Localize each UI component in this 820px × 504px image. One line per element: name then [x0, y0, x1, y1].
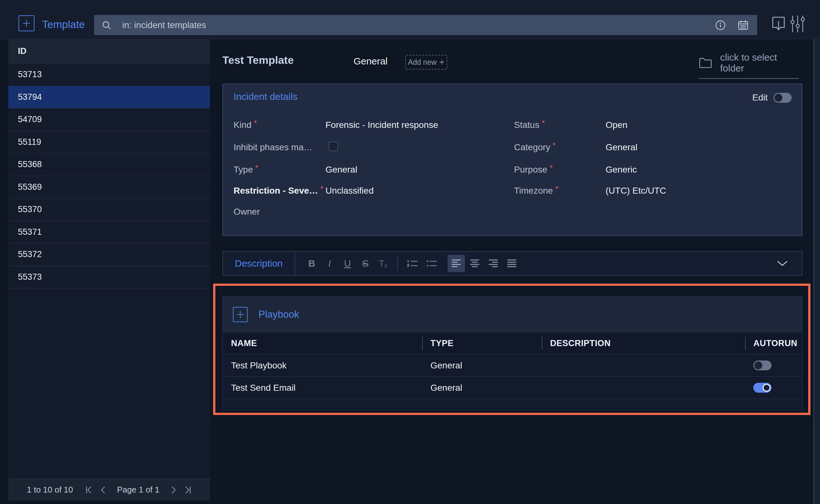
id-column-header: ID — [8, 39, 210, 63]
pagination-range: 1 to 10 of 10 — [27, 485, 73, 495]
search-input[interactable]: in: incident templates — [94, 15, 757, 35]
playbook-empty-row — [223, 399, 802, 410]
template-category-value: General — [354, 56, 388, 67]
clear-formatting-button[interactable]: Tx — [378, 256, 388, 271]
app-root: Template in: incident templates — [0, 0, 820, 504]
column-header-description: DESCRIPTION — [542, 332, 745, 354]
calendar-icon[interactable] — [737, 19, 749, 31]
right-gutter — [814, 39, 820, 504]
required-marker: * — [255, 163, 258, 173]
pagination-last-icon[interactable] — [184, 486, 191, 494]
filter-sliders-icon[interactable] — [790, 15, 805, 32]
ordered-list-button[interactable] — [407, 256, 418, 271]
plus-icon — [22, 19, 31, 27]
playbook-panel: Playbook NAME TYPE DESCRIPTION AUTORUN T… — [222, 296, 802, 410]
list-item[interactable]: 55119 — [8, 131, 210, 154]
align-center-button[interactable] — [466, 255, 483, 272]
incident-details-title: Incident details — [234, 91, 297, 102]
align-right-button[interactable] — [485, 255, 502, 272]
pagination-bar: 1 to 10 of 10 Page 1 of 1 — [8, 479, 210, 500]
incident-details-panel: Incident details Edit Kind* Forensic - I… — [222, 84, 802, 236]
pagination-prev-icon[interactable] — [101, 486, 106, 494]
field-timezone: Timezone* (UTC) Etc/UTC — [514, 185, 795, 196]
playbook-table-header: NAME TYPE DESCRIPTION AUTORUN — [223, 332, 802, 354]
topbar: Template in: incident templates — [0, 0, 820, 39]
export-download-icon[interactable] — [772, 16, 786, 31]
column-header-type: TYPE — [422, 332, 542, 354]
column-header-name: NAME — [223, 332, 422, 354]
required-marker: * — [549, 163, 553, 173]
pagination-first-icon[interactable] — [85, 486, 92, 494]
select-folder-label: click to select folder — [720, 52, 799, 74]
description-section: Description B I U S Tx — [222, 251, 802, 276]
bullet-list-button[interactable] — [426, 256, 437, 271]
list-item[interactable]: 55369 — [8, 176, 210, 199]
add-new-button[interactable]: Add new — [405, 55, 447, 70]
bold-button[interactable]: B — [307, 256, 317, 271]
field-inhibit-phases: Inhibit phases ma… — [234, 142, 508, 153]
inhibit-phases-checkbox[interactable] — [329, 142, 338, 151]
autorun-toggle[interactable] — [753, 383, 772, 393]
list-item[interactable]: 54709 — [8, 108, 210, 131]
select-folder-field[interactable]: click to select folder — [699, 52, 799, 79]
add-template-button[interactable] — [19, 15, 34, 31]
search-placeholder: in: incident templates — [122, 20, 206, 30]
edit-toggle[interactable] — [773, 93, 792, 103]
list-item[interactable]: 55371 — [8, 221, 210, 244]
plus-icon — [439, 60, 444, 65]
search-icon — [102, 20, 111, 30]
field-owner: Owner — [234, 206, 508, 218]
field-purpose: Purpose* Generic — [514, 164, 795, 175]
richtext-toolbar: B I U S Tx — [295, 252, 520, 275]
field-restriction-severity: Restriction - Seve…* Unclassified — [234, 185, 508, 196]
pagination-next-icon[interactable] — [171, 486, 176, 494]
pagination-page: Page 1 of 1 — [117, 485, 160, 495]
align-justify-button[interactable] — [503, 255, 520, 272]
add-playbook-button[interactable] — [233, 307, 248, 322]
underline-button[interactable]: U — [342, 256, 353, 271]
italic-button[interactable]: I — [324, 256, 335, 271]
edit-label: Edit — [752, 93, 768, 103]
field-category: Category* General — [514, 142, 795, 153]
required-marker: * — [541, 118, 545, 128]
template-list-sidebar: ID 53713 53794 54709 55119 55368 55369 5… — [8, 39, 210, 500]
strikethrough-button[interactable]: S — [360, 256, 370, 271]
template-label: Template — [42, 17, 85, 33]
info-icon[interactable] — [715, 20, 726, 31]
playbook-table-row[interactable]: Test Playbook General — [223, 354, 802, 376]
folder-icon — [699, 58, 712, 68]
autorun-toggle[interactable] — [753, 360, 772, 370]
list-item[interactable]: 55368 — [8, 153, 210, 176]
required-marker: * — [320, 184, 324, 194]
required-marker: * — [555, 184, 558, 194]
list-item[interactable]: 55372 — [8, 243, 210, 266]
playbook-table-row[interactable]: Test Send Email General — [223, 376, 802, 399]
required-marker: * — [254, 118, 257, 128]
playbook-header: Playbook — [223, 297, 802, 332]
sidebar-empty-area — [8, 288, 210, 479]
expand-description-chevron-icon[interactable] — [777, 261, 788, 266]
playbook-title: Playbook — [258, 309, 299, 320]
list-item[interactable]: 55370 — [8, 198, 210, 221]
description-title: Description — [223, 252, 295, 275]
list-item[interactable]: 55373 — [8, 266, 210, 289]
field-kind: Kind* Forensic - Incident response — [234, 119, 508, 131]
field-status: Status* Open — [514, 119, 795, 131]
toolbar-divider — [397, 256, 398, 271]
required-marker: * — [553, 141, 556, 151]
list-item[interactable]: 53713 — [8, 63, 210, 86]
align-left-button[interactable] — [448, 255, 465, 272]
field-type: Type* General — [234, 164, 508, 175]
list-item-selected[interactable]: 53794 — [8, 86, 210, 109]
template-detail-main: Test Template General Add new click to s… — [222, 39, 802, 504]
column-header-autorun: AUTORUN — [745, 332, 802, 354]
page-title: Test Template — [222, 54, 294, 66]
